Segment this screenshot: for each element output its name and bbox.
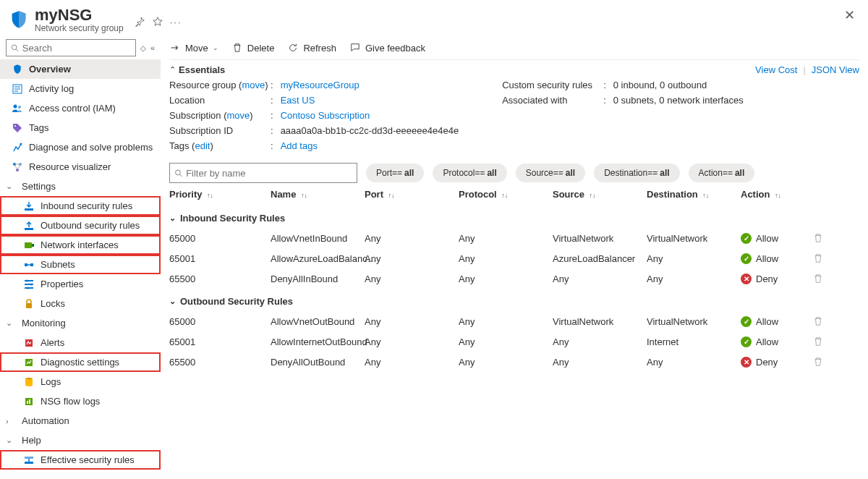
sidebar-item[interactable]: Activity log [0,79,161,98]
svg-rect-17 [25,263,27,266]
filter-pill[interactable]: Port == all [366,164,424,182]
delete-button[interactable]: Delete [231,42,275,54]
sidebar-item[interactable]: Diagnose and solve problems [0,137,161,157]
sidebar-item[interactable]: Effective security rules [0,450,161,470]
sidebar-section-label[interactable]: Settings [22,181,56,192]
ess-link[interactable]: Contoso Subscription [281,110,370,121]
chevron-icon[interactable]: ⌄ [6,318,16,328]
column-header[interactable]: Priority ↑↓ [169,189,271,200]
sidebar-item[interactable]: Alerts [0,333,161,352]
view-cost-link[interactable]: View Cost [755,64,797,75]
sidebar-item[interactable]: Inbound security rules [0,196,161,216]
chevron-icon[interactable]: › [6,417,16,425]
feedback-icon [349,42,361,54]
rule-row[interactable]: 65001AllowInternetOutBoundAnyAnyAnyInter… [169,331,859,352]
column-header[interactable]: Action ↑↓ [741,189,813,200]
flyout-icon[interactable]: ◇ [140,44,146,52]
rule-name: AllowVnetInBound [271,233,365,244]
sidebar-section-label[interactable]: Help [22,435,41,446]
rule-row[interactable]: 65500DenyAllInBoundAnyAnyAnyAny✕Deny [169,268,859,289]
sidebar-search[interactable] [6,39,136,56]
ess-paren-link[interactable]: move [227,110,250,121]
rule-group-header[interactable]: ⌄Outbound Security Rules [169,289,859,311]
rule-source: AzureLoadBalancer [553,253,647,264]
star-icon[interactable] [153,17,163,27]
pin-icon[interactable] [135,17,145,27]
sidebar-item[interactable]: Locks [0,294,161,313]
rule-group-header[interactable]: ⌄Inbound Security Rules [169,205,859,228]
sidebar-item-label: Locks [41,298,65,309]
sidebar-section-label[interactable]: Automation [22,415,69,426]
chevron-icon[interactable]: ⌄ [6,436,16,445]
sidebar-item[interactable]: Diagnostic settings [0,352,161,372]
rule-action: ✓Allow [741,253,813,264]
delete-rule-icon[interactable] [813,233,835,243]
sidebar-item[interactable]: NSG flow logs [0,391,161,411]
svg-point-35 [176,169,181,174]
filter-pill[interactable]: Protocol == all [433,164,506,182]
column-header[interactable]: Destination ↑↓ [647,189,741,200]
column-header[interactable]: Protocol ↑↓ [459,189,553,200]
sidebar-item[interactable]: Logs [0,372,161,391]
resvis-icon [12,161,23,173]
collapse-sidebar-icon[interactable]: « [150,43,155,52]
filter-input[interactable] [186,168,352,179]
sidebar-item-label: Effective security rules [41,454,135,465]
rule-row[interactable]: 65000AllowVnetInBoundAnyAnyVirtualNetwor… [169,228,859,248]
delete-rule-icon[interactable] [813,274,835,284]
rule-priority: 65500 [169,274,271,284]
sidebar-section-label[interactable]: Monitoring [22,318,66,328]
shield-icon [9,9,29,30]
ess-link[interactable]: East US [281,95,315,106]
sidebar-item-label: Access control (IAM) [29,103,116,114]
sidebar-item[interactable]: Properties [0,274,161,294]
svg-point-7 [18,106,21,109]
ess-paren-link[interactable]: edit [195,140,210,151]
refresh-button[interactable]: Refresh [287,42,336,54]
rule-source: Any [553,357,647,368]
delete-rule-icon[interactable] [813,253,835,263]
rule-row[interactable]: 65000AllowVnetOutBoundAnyAnyVirtualNetwo… [169,311,859,331]
delete-rule-icon[interactable] [813,316,835,326]
ess-link[interactable]: Add tags [281,140,318,151]
svg-point-25 [27,287,30,289]
page-title: myNSG [35,6,124,25]
json-view-link[interactable]: JSON View [812,64,859,75]
rule-row[interactable]: 65500DenyAllOutBoundAnyAnyAnyAny✕Deny [169,352,859,372]
sort-icon: ↑↓ [205,192,214,199]
more-icon[interactable]: ··· [170,17,182,27]
page-subtitle: Network security group [35,23,124,33]
sidebar-search-input[interactable] [22,43,131,54]
sidebar-item[interactable]: Network interfaces [0,235,161,255]
sidebar-item[interactable]: Tags [0,118,161,137]
sidebar-item-label: Diagnose and solve problems [29,142,153,153]
sidebar-item[interactable]: Outbound security rules [0,216,161,235]
filter-input-wrap[interactable] [169,163,357,183]
feedback-button[interactable]: Give feedback [349,42,425,54]
filter-pill[interactable]: Destination == all [594,164,679,182]
rule-destination: VirtualNetwork [647,233,741,244]
column-header[interactable]: Port ↑↓ [365,189,459,200]
close-button[interactable]: ✕ [840,6,859,25]
sidebar-item[interactable]: Overview [0,59,161,79]
ess-paren-link[interactable]: move [242,80,265,90]
sidebar-item[interactable]: Access control (IAM) [0,98,161,118]
chevron-icon[interactable]: ⌄ [6,182,16,191]
filter-pill[interactable]: Action == all [689,164,755,182]
move-button[interactable]: Move ⌄ [169,42,218,54]
ess-link[interactable]: myResourceGroup [281,80,359,90]
column-header[interactable]: Name ↑↓ [271,189,365,200]
filter-pill[interactable]: Source == all [516,164,585,182]
rule-action: ✕Deny [741,357,813,368]
sidebar-item[interactable]: Subnets [0,255,161,274]
svg-rect-15 [25,242,32,248]
chevron-up-icon[interactable]: ⌃ [169,65,176,75]
sidebar-item-label: Properties [41,279,83,289]
rule-row[interactable]: 65001AllowAzureLoadBalanc…AnyAnyAzureLoa… [169,248,859,268]
delete-rule-icon[interactable] [813,336,835,347]
delete-rule-icon[interactable] [813,357,835,367]
column-header[interactable]: Source ↑↓ [553,189,647,200]
subnet-icon [23,259,35,271]
sidebar-item[interactable]: Resource visualizer [0,157,161,177]
svg-line-1 [16,48,18,51]
